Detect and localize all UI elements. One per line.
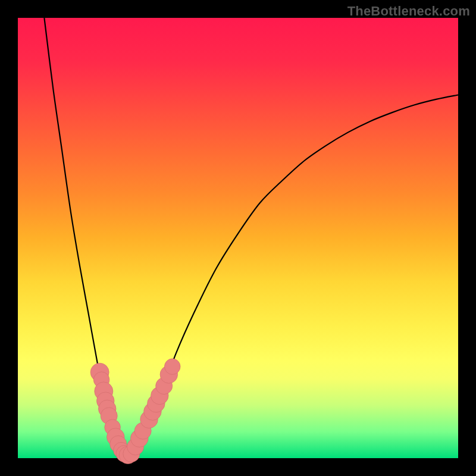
chart-svg	[18, 18, 458, 458]
watermark-text: TheBottleneck.com	[347, 4, 470, 19]
curve-left-branch	[44, 18, 128, 456]
data-point	[164, 359, 180, 375]
chart-frame: TheBottleneck.com	[0, 0, 476, 476]
curve-right-branch	[128, 95, 458, 456]
dot-layer	[90, 359, 180, 464]
plot-area	[18, 18, 458, 458]
